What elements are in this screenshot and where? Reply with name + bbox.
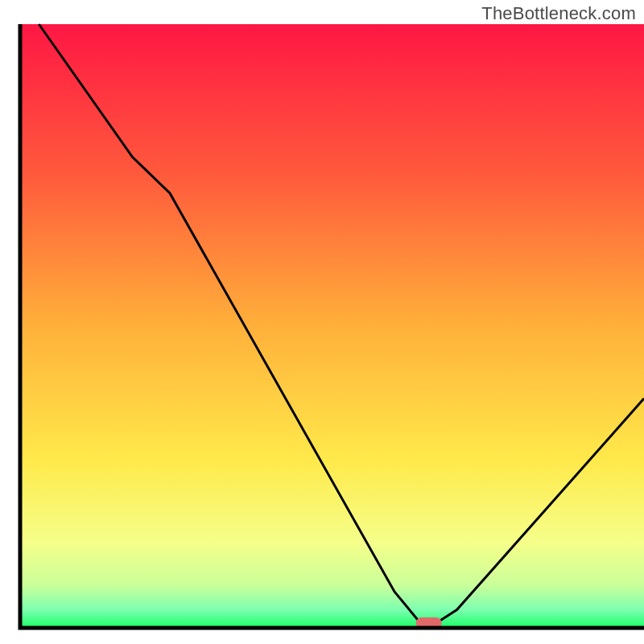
chart-container: TheBottleneck.com: [0, 0, 644, 644]
plot-background: [20, 24, 644, 628]
watermark-text: TheBottleneck.com: [481, 3, 636, 24]
chart-svg: [0, 0, 644, 644]
